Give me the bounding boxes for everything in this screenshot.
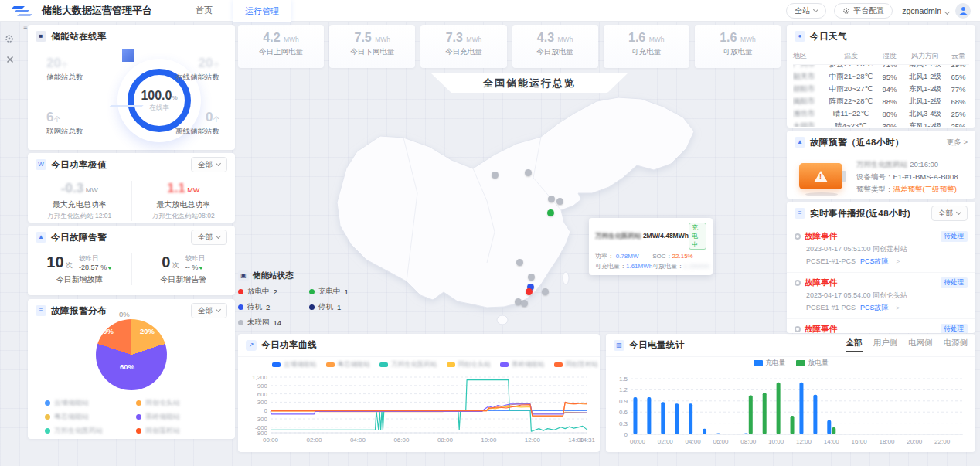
alarm-distribution-filter-dropdown[interactable]: 全部 <box>191 303 227 318</box>
curve-legend-item[interactable]: 粤芯储能站 <box>326 360 371 369</box>
energy-stat-card: 1.6 MWh可放电量 <box>695 25 781 68</box>
curve-legend-item[interactable]: 万邦生化医药站 <box>379 360 437 369</box>
map-title-banner: 全国储能运行总览 <box>431 73 628 93</box>
event-list: 故障事件待处理2023-04-17 05:51:00 同创莲村站PCSE1-#1… <box>787 226 975 333</box>
pending-badge[interactable]: 待处理 <box>941 277 968 288</box>
station-dot[interactable] <box>542 288 549 295</box>
station-dot[interactable] <box>525 169 532 176</box>
bar-chart-icon: ▥ <box>614 340 624 351</box>
fault-alarm-line: 10 次较昨日-28.57 % <box>28 253 131 271</box>
legend-swatch <box>754 360 763 366</box>
status-legend-item: 待机2 <box>238 302 309 312</box>
svg-text:02:00: 02:00 <box>306 437 322 444</box>
energy-tab-0[interactable]: 全部 <box>846 338 863 352</box>
dischargeable-label: 可放电量： <box>652 263 683 270</box>
legend-dot <box>45 400 50 406</box>
events-filter-dropdown[interactable]: 全部 <box>931 206 968 221</box>
weather-cell: 韶关市 <box>793 72 825 82</box>
username-label: zgcnadmin <box>902 6 941 15</box>
weather-cell: 晴4~23℃ <box>825 121 876 128</box>
weather-cell: 88% <box>876 97 903 106</box>
pending-badge[interactable]: 待处理 <box>941 324 968 333</box>
legend-dot <box>136 414 141 420</box>
corner-stat-value: 6个 <box>46 110 121 125</box>
list-icon: ≡ <box>36 305 46 316</box>
gear-icon <box>842 7 850 15</box>
panel-collapse-icon[interactable]: ≡ <box>23 23 27 31</box>
status-count: 1 <box>337 303 341 311</box>
avatar[interactable] <box>955 3 971 19</box>
alarm-label: 今日新增故障 <box>28 274 131 285</box>
fault-alarm-filter-dropdown[interactable]: 全部 <box>191 230 227 245</box>
legend-station-name: 万邦生化医药站 <box>54 426 103 436</box>
status-count: 1 <box>345 287 349 296</box>
arrow-right-icon: ＞ <box>895 304 902 311</box>
weather-cell: 39% <box>876 122 903 128</box>
svg-text:0.6: 0.6 <box>619 409 628 416</box>
legend-station-name: 茶岭储能站 <box>145 412 180 422</box>
warning-type: 温差预警(三级预警) <box>893 185 957 193</box>
event-icon <box>795 233 801 240</box>
status-dot <box>309 289 315 294</box>
event-item[interactable]: 故障事件待处理2023-04-17 11:15:00 茶岭储能站PCSE1-#2… <box>787 319 975 333</box>
weather-row: 广州市多云21~28℃71%南风1-2级29% <box>793 65 969 70</box>
tab-home[interactable]: 首页 <box>196 5 213 16</box>
legend-series-name: 充电量 <box>766 359 786 368</box>
pie-label-20a: 20% <box>140 327 155 335</box>
curve-legend-item[interactable]: 同创仑头站 <box>447 360 492 369</box>
weather-col-header: 风力方向 <box>903 51 948 61</box>
corner-stat: 20个储能站总数 <box>46 56 121 83</box>
station-dot[interactable] <box>526 288 533 295</box>
platform-config-label: 平台配置 <box>853 5 884 16</box>
energy-stat-cards: 4.2 MWh今日上网电量7.5 MWh今日下网电量7.3 MWh今日充电量4.… <box>238 25 781 68</box>
weather-col-header: 云量 <box>948 51 969 61</box>
bar-legend-item[interactable]: 放电量 <box>796 359 829 368</box>
station-dot[interactable] <box>547 209 554 216</box>
weather-cell: 大同市 <box>793 121 825 128</box>
pie-legend-item: 同创莲村站 <box>136 426 227 436</box>
compare-label: 较昨日 <box>79 254 112 264</box>
station-dot[interactable] <box>528 274 535 281</box>
pending-badge[interactable]: 待处理 <box>941 231 968 242</box>
energy-tab-1[interactable]: 用户侧 <box>873 338 898 352</box>
power-extremes-filter-dropdown[interactable]: 全部 <box>191 157 227 172</box>
card-title: 实时事件播报(近48小时) <box>810 208 910 219</box>
weather-cell: 80% <box>876 110 903 118</box>
weather-cell: 东风1-2级 <box>903 84 948 94</box>
username-dropdown[interactable]: zgcnadmin <box>902 6 949 15</box>
stat-value: 4.2 MWh <box>238 31 324 45</box>
weather-cell: 94% <box>876 85 903 94</box>
station-dot[interactable] <box>521 300 528 307</box>
event-item[interactable]: 故障事件待处理2023-04-17 05:51:00 同创莲村站PCSE1-#1… <box>787 226 975 273</box>
curve-legend-item[interactable]: 茶岭储能站 <box>500 360 545 369</box>
stat-label: 今日充电量 <box>420 47 506 57</box>
energy-tab-2[interactable]: 电网侧 <box>908 338 933 352</box>
more-link[interactable]: 更多 > <box>947 138 968 148</box>
station-dot[interactable] <box>516 259 523 266</box>
station-status-legend: ▣ 储能站状态 放电中2充电中1待机2停机1未联网14 <box>238 270 385 328</box>
card-title: 今日功率极值 <box>51 159 107 171</box>
event-item[interactable]: 故障事件待处理2023-04-17 05:54:00 同创仑头站PCSE1-#1… <box>787 273 975 319</box>
platform-config-button[interactable]: 平台配置 <box>834 3 893 19</box>
legend-station-name: 粤芯储能站 <box>338 360 371 369</box>
curve-legend-item[interactable]: 同创莲村站 <box>554 360 599 369</box>
power-curve-chart: 1,2009006003000-300-600-80000:0002:0004:… <box>243 372 595 448</box>
site-selector-dropdown[interactable]: 全站 <box>786 3 826 19</box>
station-dot[interactable] <box>492 172 499 179</box>
bar-legend-item[interactable]: 充电量 <box>754 359 786 368</box>
warning-triangle-icon: ▲ <box>795 137 805 148</box>
settings-gear-icon[interactable] <box>5 34 14 45</box>
event-fault-link[interactable]: PCS故障 <box>860 304 889 311</box>
tab-operation-mgmt[interactable]: 运行管理 <box>233 0 291 22</box>
energy-tab-3[interactable]: 电源侧 <box>944 338 968 352</box>
station-dot[interactable] <box>548 196 555 202</box>
svg-text:08:00: 08:00 <box>437 437 454 444</box>
station-dot[interactable] <box>556 198 563 205</box>
corner-stat: 20个在线储能站数 <box>145 56 219 83</box>
close-x-icon[interactable] <box>6 56 14 65</box>
event-fault-link[interactable]: PCS故障 <box>860 257 889 265</box>
energy-bars-legend: 充电量放电量 <box>606 359 975 368</box>
corner-stat: 6个联网站总数 <box>46 110 121 137</box>
curve-legend-item[interactable]: 云埔储能站 <box>272 360 317 369</box>
legend-station-name: 云埔储能站 <box>284 360 317 369</box>
